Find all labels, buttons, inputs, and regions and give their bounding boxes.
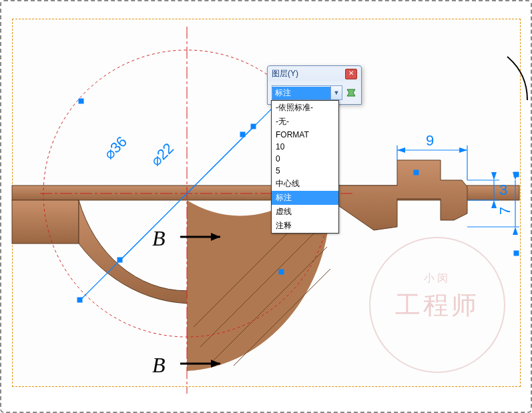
layer-option[interactable]: 虚线	[272, 205, 338, 219]
svg-marker-35	[513, 227, 518, 235]
dimension-d36[interactable]: ⌀36	[101, 133, 130, 162]
layer-option[interactable]: FORMAT	[272, 129, 338, 141]
layer-option[interactable]: -无-	[272, 115, 338, 129]
svg-rect-13	[117, 258, 122, 262]
svg-rect-17	[279, 270, 284, 274]
svg-rect-16	[240, 132, 245, 137]
combobox-selection: 标注	[272, 87, 330, 99]
dimension-d22[interactable]: ⌀22	[148, 139, 177, 169]
svg-rect-37	[514, 251, 519, 256]
chevron-down-icon[interactable]: ▼	[330, 86, 342, 99]
svg-rect-15	[79, 99, 83, 103]
layer-option[interactable]: 标注	[272, 191, 338, 205]
layer-option[interactable]: 注释	[272, 219, 338, 233]
layer-help-icon[interactable]	[345, 87, 357, 99]
svg-rect-1	[12, 200, 79, 244]
cad-viewport[interactable]: ⌀36 ⌀22 9 3	[0, 0, 532, 413]
layer-option[interactable]: -依照标准-	[272, 101, 338, 115]
layer-combobox[interactable]: 标注 ▼	[272, 85, 342, 100]
svg-text:B: B	[152, 353, 166, 377]
svg-marker-28	[491, 172, 497, 180]
svg-text:3: 3	[499, 181, 507, 198]
svg-marker-22	[459, 147, 467, 153]
dimension-h7[interactable]: 7	[467, 172, 519, 256]
svg-marker-21	[397, 147, 405, 153]
svg-marker-29	[491, 200, 497, 208]
svg-rect-24	[414, 170, 419, 175]
layer-dropdown-list[interactable]: -依照标准--无-FORMAT1005中心线标注虚线注释	[271, 100, 339, 234]
layer-dialog[interactable]: 图层(Y) ✕ 标注 ▼	[267, 65, 362, 105]
layer-option[interactable]: 0	[272, 153, 338, 165]
svg-text:B: B	[152, 226, 166, 250]
svg-rect-11	[77, 298, 82, 302]
close-button[interactable]: ✕	[345, 69, 357, 79]
layer-option[interactable]: 10	[272, 141, 338, 153]
layer-option[interactable]: 5	[272, 165, 338, 177]
svg-text:7: 7	[497, 207, 513, 215]
svg-rect-14	[251, 124, 256, 129]
drawing-canvas[interactable]: ⌀36 ⌀22 9 3	[0, 0, 532, 413]
dialog-titlebar[interactable]: 图层(Y) ✕	[268, 66, 361, 81]
svg-text:9: 9	[426, 132, 434, 149]
dialog-title: 图层(Y)	[272, 68, 298, 79]
layer-option[interactable]: 中心线	[272, 177, 338, 191]
